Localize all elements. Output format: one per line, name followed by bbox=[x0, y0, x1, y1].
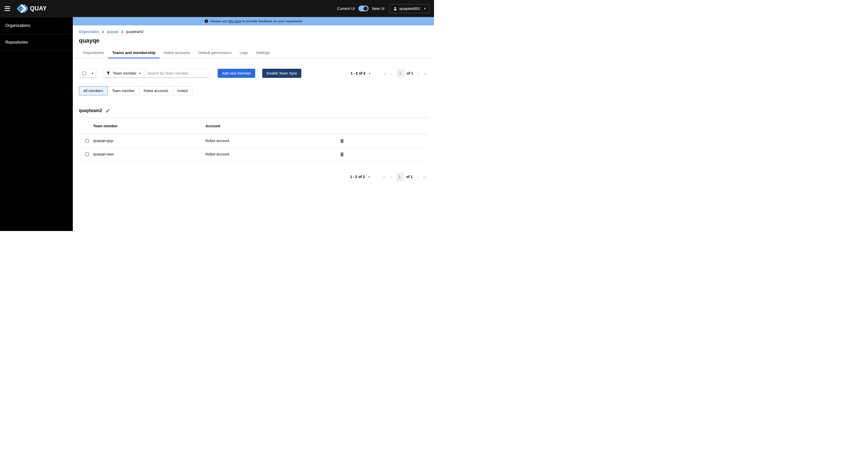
hamburger-icon bbox=[5, 6, 10, 7]
chevron-right-icon: ❯ bbox=[121, 30, 123, 33]
bulk-select-checkbox[interactable] bbox=[83, 71, 86, 75]
tab-logs[interactable]: Logs bbox=[236, 48, 252, 58]
sidebar-item-label: Repositories bbox=[5, 40, 28, 45]
member-account-type: Robot account bbox=[206, 152, 340, 156]
pagination-range: 1 - 2 bbox=[350, 71, 358, 75]
tabs: Repositories Teams and membership Robot … bbox=[73, 48, 434, 59]
trash-icon bbox=[340, 152, 344, 157]
member-view-toggle-group: All members Team member Robot accounts I… bbox=[79, 86, 192, 95]
chevron-down-icon: ▾ bbox=[139, 72, 141, 75]
page-title: quayqe bbox=[73, 37, 434, 44]
view-toggle-invited[interactable]: Invited bbox=[173, 86, 192, 95]
tab-settings[interactable]: Settings bbox=[252, 48, 274, 58]
masthead-right: Current UI New UI quaytest001 ▾ bbox=[337, 4, 429, 13]
pagination-top: 1 - 2 of 2 ▾ « ‹ of 1 › » bbox=[350, 69, 429, 78]
row-checkbox[interactable] bbox=[85, 153, 89, 156]
toolbar: ▾ Team member ▾ Add new member Enable Te… bbox=[73, 69, 434, 78]
user-name: quaytest001 bbox=[400, 6, 420, 11]
sidebar-item-label: Organizations bbox=[5, 23, 30, 28]
pagination-nav: « ‹ of 1 › » bbox=[380, 172, 428, 181]
enable-team-sync-button[interactable]: Enable Team Sync bbox=[262, 69, 302, 78]
next-page-button[interactable]: › bbox=[417, 174, 418, 179]
last-page-button[interactable]: » bbox=[424, 71, 427, 76]
team-heading: quayteam2 bbox=[79, 108, 428, 113]
filter-type-label: Team member bbox=[113, 71, 136, 75]
main-content: Organization ❯ quayqe ❯ quayteam2 quayqe… bbox=[73, 25, 434, 231]
breadcrumb-current: quayteam2 bbox=[126, 30, 144, 34]
sidebar: Organizations Repositories bbox=[0, 17, 73, 231]
next-page-button[interactable]: › bbox=[417, 71, 419, 76]
breadcrumb-organization[interactable]: Organization bbox=[79, 30, 99, 34]
trash-icon bbox=[340, 139, 344, 143]
chevron-right-icon: ❯ bbox=[102, 30, 104, 33]
pagination-of-pages: of 1 bbox=[406, 175, 412, 179]
tab-teams-and-membership[interactable]: Teams and membership bbox=[108, 48, 159, 58]
new-ui-label: New UI bbox=[372, 6, 384, 11]
page-number-input[interactable] bbox=[396, 172, 404, 181]
bulk-select-dropdown[interactable]: ▾ bbox=[79, 69, 97, 78]
feedback-banner: Please use this form to provide feedback… bbox=[73, 17, 434, 25]
team-name: quayteam2 bbox=[79, 108, 102, 113]
current-ui-label: Current UI bbox=[337, 6, 354, 11]
delete-member-button[interactable] bbox=[340, 152, 344, 157]
first-page-button[interactable]: « bbox=[383, 174, 386, 179]
delete-member-button[interactable] bbox=[340, 139, 344, 143]
member-account-type: Robot account bbox=[206, 139, 340, 143]
pagination-total: of 2 bbox=[359, 71, 365, 75]
last-page-button[interactable]: » bbox=[423, 174, 426, 179]
banner-text: Please use this form to provide feedback… bbox=[210, 19, 302, 23]
user-menu-button[interactable]: quaytest001 ▾ bbox=[390, 4, 429, 13]
pagination-range: 1 - 2 bbox=[350, 175, 357, 179]
filter-type-dropdown[interactable]: Team member ▾ bbox=[103, 69, 144, 78]
column-account: Account bbox=[206, 124, 340, 128]
chevron-down-icon: ▾ bbox=[368, 175, 370, 178]
table-header: Team member Account bbox=[79, 118, 428, 134]
sidebar-item-organizations[interactable]: Organizations bbox=[0, 17, 73, 34]
pagination-menu-button[interactable]: 1 - 2 of 2 ▾ bbox=[350, 175, 370, 179]
pagination-bottom-wrap: 1 - 2 of 2 ▾ « ‹ of 1 › » bbox=[73, 172, 434, 181]
breadcrumb-quayqe[interactable]: quayqe bbox=[107, 30, 119, 34]
member-name: quayqe+gcp bbox=[93, 139, 206, 143]
quay-app: QUAY Current UI New UI quaytest001 ▾ bbox=[0, 0, 434, 231]
table-row: quayqe+aws Robot account bbox=[79, 147, 428, 161]
user-icon bbox=[394, 7, 397, 10]
tab-robot-accounts[interactable]: Robot accounts bbox=[159, 48, 194, 58]
filter-icon bbox=[106, 71, 110, 75]
chevron-down-icon: ▾ bbox=[92, 72, 93, 75]
view-toggle-robot-accounts[interactable]: Robot accounts bbox=[139, 86, 173, 95]
view-toggle-team-member[interactable]: Team member bbox=[107, 86, 139, 95]
tab-default-permissions[interactable]: Default permissions bbox=[194, 48, 236, 58]
nav-toggle-button[interactable] bbox=[5, 6, 10, 11]
members-table: Team member Account quayqe+gcp Robot acc… bbox=[79, 118, 428, 161]
add-new-member-button[interactable]: Add new member bbox=[218, 69, 255, 78]
previous-page-button[interactable]: ‹ bbox=[391, 71, 393, 76]
tab-repositories[interactable]: Repositories bbox=[79, 48, 108, 58]
column-team-member: Team member bbox=[93, 124, 206, 128]
pencil-icon bbox=[105, 109, 110, 113]
first-page-button[interactable]: « bbox=[383, 71, 386, 76]
masthead: QUAY Current UI New UI quaytest001 ▾ bbox=[0, 0, 434, 17]
brand-name: QUAY bbox=[30, 5, 47, 12]
edit-team-name-button[interactable] bbox=[105, 109, 110, 113]
pagination-menu-button[interactable]: 1 - 2 of 2 ▾ bbox=[350, 71, 370, 75]
pagination-of-pages: of 1 bbox=[407, 71, 413, 75]
previous-page-button[interactable]: ‹ bbox=[390, 174, 392, 179]
row-checkbox[interactable] bbox=[85, 139, 89, 143]
ui-version-toggle[interactable] bbox=[359, 6, 369, 11]
pagination-bottom: 1 - 2 of 2 ▾ « ‹ of 1 › » bbox=[350, 172, 428, 181]
brand-logo[interactable]: QUAY bbox=[17, 4, 47, 13]
pagination-nav: « ‹ of 1 › » bbox=[381, 69, 429, 78]
pagination-total: of 2 bbox=[359, 175, 365, 179]
sidebar-item-repositories[interactable]: Repositories bbox=[0, 34, 73, 51]
chevron-down-icon: ▾ bbox=[424, 7, 426, 10]
table-row: quayqe+gcp Robot account bbox=[79, 134, 428, 147]
feedback-form-link[interactable]: this form bbox=[228, 19, 242, 23]
chevron-down-icon: ▾ bbox=[369, 72, 370, 75]
quay-logo-icon bbox=[17, 4, 28, 13]
search-input[interactable] bbox=[144, 69, 208, 78]
page-number-input[interactable] bbox=[397, 69, 405, 78]
breadcrumb: Organization ❯ quayqe ❯ quayteam2 bbox=[73, 25, 434, 34]
member-name: quayqe+aws bbox=[93, 152, 206, 156]
view-toggle-all-members[interactable]: All members bbox=[79, 86, 108, 95]
toggle-knob bbox=[364, 7, 368, 11]
